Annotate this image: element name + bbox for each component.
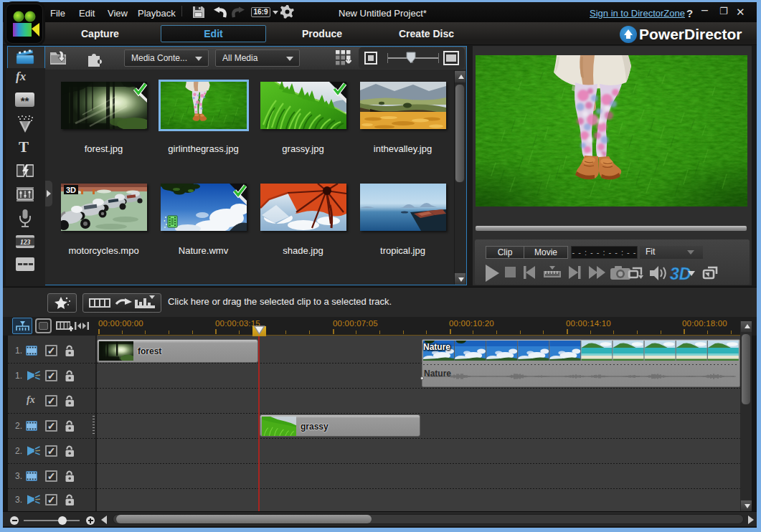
svg-text:3D: 3D: [670, 265, 691, 283]
svg-text:123: 123: [20, 239, 31, 246]
svg-text:3D: 3D: [66, 186, 76, 194]
